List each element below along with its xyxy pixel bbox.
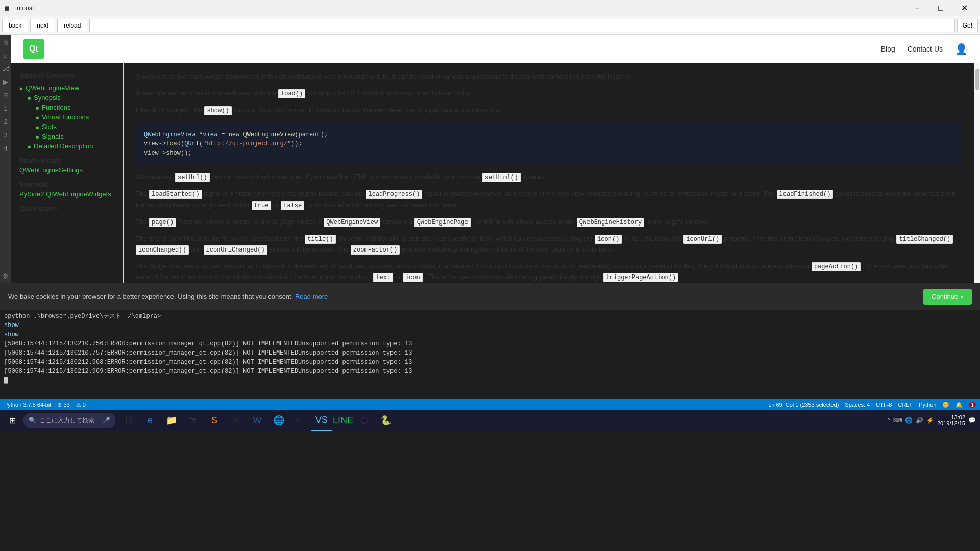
toc-link-detailed[interactable]: Detailed Description xyxy=(34,142,93,150)
quick-search-label: Quick search xyxy=(19,205,115,212)
position-status[interactable]: Ln 69, Col 1 (2353 selected) xyxy=(768,402,839,408)
blog-link[interactable]: Blog xyxy=(881,45,895,53)
para8-code4: triggerPageAction() xyxy=(603,273,678,282)
para2: A web site can be loaded to a web view w… xyxy=(136,88,962,99)
minimize-button[interactable]: − xyxy=(905,0,929,16)
tray-battery[interactable]: ⚡ xyxy=(926,417,934,424)
toc-bullet-synopsis: ■ xyxy=(28,95,31,101)
chrome-app[interactable]: 🌐 xyxy=(268,410,289,431)
para7-code1: title() xyxy=(305,235,335,244)
terminal-show2: show xyxy=(4,330,976,339)
para5-code2: loadProgress() xyxy=(366,190,423,199)
read-more-link[interactable]: Read more xyxy=(295,293,328,300)
tray-clock[interactable]: 13:02 2019/12/15 xyxy=(937,414,965,427)
next-button[interactable]: next xyxy=(30,19,55,32)
para5-code3: loadFinished() xyxy=(777,190,834,199)
reload-button[interactable]: reload xyxy=(57,19,87,32)
contact-link[interactable]: Contact Us xyxy=(908,45,943,53)
tray-keyboard[interactable]: ⌨ xyxy=(893,417,902,424)
next-topic-label: Next topic xyxy=(19,181,115,188)
toc-link-synopsis[interactable]: Synopsis xyxy=(34,94,61,102)
back-button[interactable]: back xyxy=(2,19,28,32)
scroll-indicator[interactable] xyxy=(974,63,980,283)
para3: Like all Qt widgets, the show() function… xyxy=(136,105,962,116)
extensions-icon[interactable]: ⊞ xyxy=(1,90,11,100)
toc-sub-synopsis: ■ Synopsis ■ Functions ■ Virtual functio… xyxy=(19,94,115,150)
status-right: Ln 69, Col 1 (2353 selected) Spaces: 4 U… xyxy=(768,402,976,408)
toc-bullet-slots: ■ xyxy=(36,124,39,130)
para7-code6: iconUrlChanged() xyxy=(204,245,267,255)
para8-code2: text xyxy=(373,273,393,282)
para4-code1: setUrl() xyxy=(175,173,210,182)
code-line-1: QWebEngineView *view = new QWebEngineVie… xyxy=(144,130,953,139)
vscode-app[interactable]: VS xyxy=(311,410,332,431)
start-button[interactable]: ⊞ xyxy=(2,410,22,431)
warnings-status[interactable]: ⚠ 0 xyxy=(76,402,86,408)
word-app[interactable]: W xyxy=(247,410,267,431)
line-app[interactable]: LINE xyxy=(333,410,353,431)
toc-item-slots: ■ Slots xyxy=(36,123,115,131)
user-icon[interactable]: 👤 xyxy=(955,43,968,55)
win-taskbar: ⊞ 🔍 ここに入力して検索 🎤 ⊡ e 📁 🛍 S ✉ W 🌐 >_ VS LI… xyxy=(0,410,980,431)
para7: The title of an HTML document can be acc… xyxy=(136,234,962,255)
toc-item-functions: ■ Functions xyxy=(36,104,115,111)
search-icon[interactable]: ⌕ xyxy=(1,50,11,60)
qt-page: Qt Blog Contact Us 👤 Table of Contents ■… xyxy=(11,35,980,283)
para5-code1: loadStarted() xyxy=(149,190,202,199)
bell-status[interactable]: 🔔 xyxy=(955,402,963,408)
python-app[interactable]: 🐍 xyxy=(376,410,396,431)
search-icon: 🔍 xyxy=(29,417,36,424)
debug-icon[interactable]: ▶ xyxy=(1,77,11,87)
previous-topic-label: Previous topic xyxy=(19,157,115,164)
previous-topic-link[interactable]: QWebEngineSettings xyxy=(19,166,83,174)
emoji-status[interactable]: 😊 xyxy=(942,402,949,408)
url-bar[interactable] xyxy=(89,19,954,32)
sublime-app[interactable]: S xyxy=(204,410,225,431)
close-button[interactable]: ✕ xyxy=(952,0,976,16)
warnings-label: ⚠ 0 xyxy=(76,402,86,408)
toc-link-virtual[interactable]: Virtual functions xyxy=(42,113,89,121)
language-status[interactable]: Python xyxy=(919,402,936,408)
toc-item-synopsis: ■ Synopsis xyxy=(28,94,115,102)
errors-label: ⊗ 33 xyxy=(57,402,69,408)
language-label: Python xyxy=(919,402,936,408)
terminal-app[interactable]: >_ xyxy=(290,410,310,431)
next-topic-link[interactable]: PySide2.QtWebEngineWidgets xyxy=(19,190,111,198)
tray-volume[interactable]: 🔊 xyxy=(916,417,923,424)
para1: A web view is the main widget component … xyxy=(136,71,962,82)
toc-link-signals[interactable]: Signals xyxy=(42,133,64,140)
number-1: 1 xyxy=(1,103,11,113)
spaces-status[interactable]: Spaces: 4 xyxy=(845,402,870,408)
errors-status[interactable]: ⊗ 33 xyxy=(57,402,69,408)
maximize-button[interactable]: □ xyxy=(929,0,952,16)
tray-notification[interactable]: 💬 xyxy=(968,417,976,424)
line-ending-status[interactable]: CRLF xyxy=(898,402,913,408)
code-line-3: view->show(); xyxy=(144,148,953,158)
git-icon[interactable]: ⎇ xyxy=(1,63,11,73)
continue-button[interactable]: Continue » xyxy=(923,289,972,305)
toc-link-qwebengineview[interactable]: QWebEngineView xyxy=(26,84,79,92)
toc-link-slots[interactable]: Slots xyxy=(42,123,57,131)
visualstudio-app[interactable]: ⬡ xyxy=(354,410,375,431)
mail-app[interactable]: ✉ xyxy=(226,410,246,431)
encoding-label: UTF-8 xyxy=(876,402,892,408)
settings-icon[interactable]: ⚙ xyxy=(1,271,11,281)
store-app[interactable]: 🛍 xyxy=(183,410,203,431)
toc-link-functions[interactable]: Functions xyxy=(42,104,70,111)
encoding-status[interactable]: UTF-8 xyxy=(876,402,892,408)
taskview-app[interactable]: ⊡ xyxy=(118,410,139,431)
qt-doc-body: Table of Contents ■ QWebEngineView ■ Syn… xyxy=(11,63,980,283)
edge-app[interactable]: e xyxy=(140,410,160,431)
explorer-app[interactable]: 📁 xyxy=(161,410,182,431)
taskbar-search[interactable]: 🔍 ここに入力して検索 🎤 xyxy=(23,413,115,428)
tray-chevron[interactable]: ^ xyxy=(887,417,890,424)
go-button[interactable]: Go! xyxy=(957,19,978,32)
terminal-prompt-line: ppython .\browser.pyeDrive\テスト フ\qmlpra> xyxy=(4,312,976,321)
browser-toolbar: back next reload Go! xyxy=(0,16,980,35)
position-label: Ln 69, Col 1 (2353 selected) xyxy=(768,402,839,408)
files-icon[interactable]: ⎗ xyxy=(1,37,11,47)
para8-code1: pageAction() xyxy=(812,262,861,271)
tray-network[interactable]: 🌐 xyxy=(905,417,913,424)
scrollbar-thumb[interactable] xyxy=(975,69,979,90)
python-version-status[interactable]: Python 3.7.5 64-bit xyxy=(4,402,51,408)
